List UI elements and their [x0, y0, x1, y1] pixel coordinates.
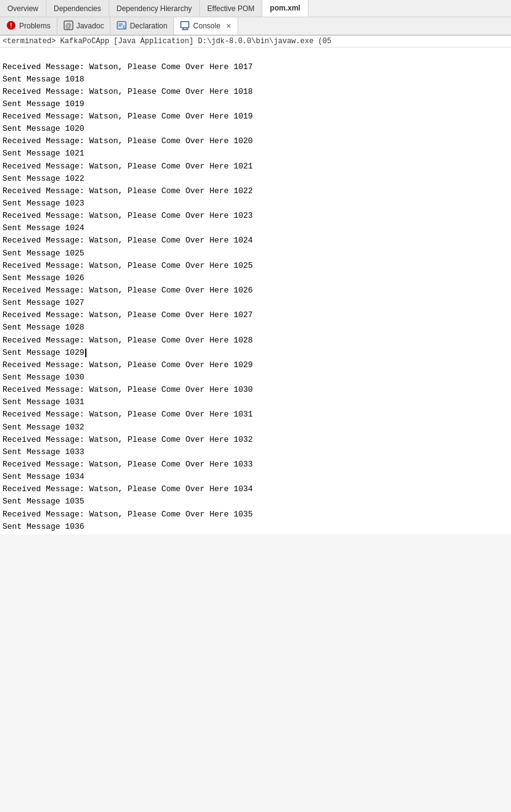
- console-line: Sent Message 1034: [2, 471, 509, 483]
- console-line: Received Message: Watson, Please Come Ov…: [2, 309, 509, 321]
- status-bar: <terminated> KafkaPoCApp [Java Applicati…: [0, 36, 511, 48]
- console-close-icon[interactable]: ✕: [226, 22, 231, 30]
- console-line: Received Message: Watson, Please Come Ov…: [2, 284, 509, 297]
- console-line: Sent Message 1023: [2, 197, 509, 210]
- tab-declaration-label: Declaration: [130, 22, 167, 30]
- console-line: Received Message: Watson, Please Come Ov…: [2, 434, 509, 446]
- svg-text:@: @: [65, 22, 72, 29]
- problems-icon: !: [6, 20, 16, 32]
- console-line: Received Message: Watson, Please Come Ov…: [2, 334, 509, 347]
- console-line: Received Message: Watson, Please Come Ov…: [2, 458, 509, 471]
- tab-pom-xml-label: pom.xml: [270, 4, 300, 12]
- console-line: Received Message: Watson, Please Come Ov…: [2, 86, 509, 98]
- console-line: Sent Message 1032: [2, 421, 509, 434]
- console-line: Sent Message 1026: [2, 272, 509, 284]
- console-line: Sent Message 1030: [2, 371, 509, 384]
- console-line: Sent Message 1028: [2, 321, 509, 334]
- tab-overview-label: Overview: [7, 4, 38, 13]
- top-tab-bar: Overview Dependencies Dependency Hierarc…: [0, 0, 511, 17]
- console-line: Received Message: Watson, Please Come Ov…: [2, 508, 509, 521]
- tab-javadoc[interactable]: @ Javadoc: [57, 17, 111, 35]
- console-line: Sent Message 1021: [2, 147, 509, 160]
- tab-problems[interactable]: ! Problems: [0, 17, 57, 35]
- console-line: Sent Message 1027: [2, 297, 509, 309]
- console-line: Received Message: Watson, Please Come Ov…: [2, 408, 509, 421]
- tab-console[interactable]: Console ✕: [174, 17, 238, 35]
- console-line: Sent Message 1031: [2, 396, 509, 408]
- tab-effective-pom[interactable]: Effective POM: [200, 0, 262, 17]
- bottom-tab-bar: ! Problems @ Javadoc Declaration: [0, 17, 511, 36]
- console-line: Received Message: Watson, Please Come Ov…: [2, 185, 509, 197]
- console-line: Sent Message 1022: [2, 173, 509, 185]
- tab-overview[interactable]: Overview: [0, 0, 46, 17]
- tab-dependencies[interactable]: Dependencies: [46, 0, 109, 17]
- console-line: Received Message: Watson, Please Come Ov…: [2, 260, 509, 272]
- tab-console-label: Console: [193, 22, 220, 30]
- console-line: Received Message: Watson, Please Come Ov…: [2, 61, 509, 73]
- console-line: Sent Message 1035: [2, 495, 509, 508]
- tab-declaration[interactable]: Declaration: [110, 17, 174, 35]
- console-line: Sent Message 1019: [2, 98, 509, 110]
- console-line: Sent Message 1036: [2, 521, 509, 533]
- javadoc-icon: @: [64, 20, 73, 32]
- console-line: Received Message: Watson, Please Come Ov…: [2, 135, 509, 147]
- svg-text:!: !: [10, 22, 12, 29]
- console-line: Received Message: Watson, Please Come Ov…: [2, 384, 509, 396]
- console-line: Received Message: Watson, Please Come Ov…: [2, 110, 509, 123]
- console-line: Sent Message 1029: [2, 347, 509, 359]
- console-icon: [180, 20, 190, 32]
- console-line: Sent Message 1025: [2, 247, 509, 260]
- tab-pom-xml[interactable]: pom.xml: [262, 0, 308, 17]
- console-line: Received Message: Watson, Please Come Ov…: [2, 483, 509, 495]
- console-line: Sent Message 1020: [2, 123, 509, 135]
- console-line: Sent Message 1033: [2, 446, 509, 458]
- console-line: Sent Message 1018: [2, 73, 509, 86]
- declaration-icon: [117, 20, 127, 32]
- svg-rect-10: [181, 22, 189, 28]
- status-text: <terminated> KafkaPoCApp [Java Applicati…: [2, 37, 331, 46]
- tab-javadoc-label: Javadoc: [77, 22, 104, 30]
- console-line: Sent Message 1024: [2, 222, 509, 234]
- tab-dependencies-label: Dependencies: [54, 4, 101, 13]
- tab-problems-label: Problems: [19, 22, 51, 30]
- text-cursor: [85, 349, 86, 357]
- console-output[interactable]: Received Message: Watson, Please Come Ov…: [0, 48, 511, 534]
- tab-dependency-hierarchy[interactable]: Dependency Hierarchy: [109, 0, 200, 17]
- console-line: Received Message: Watson, Please Come Ov…: [2, 359, 509, 371]
- tab-dependency-hierarchy-label: Dependency Hierarchy: [117, 4, 192, 13]
- tab-effective-pom-label: Effective POM: [207, 4, 254, 13]
- console-line: Received Message: Watson, Please Come Ov…: [2, 234, 509, 247]
- console-line: Received Message: Watson, Please Come Ov…: [2, 160, 509, 173]
- console-line: Received Message: Watson, Please Come Ov…: [2, 210, 509, 222]
